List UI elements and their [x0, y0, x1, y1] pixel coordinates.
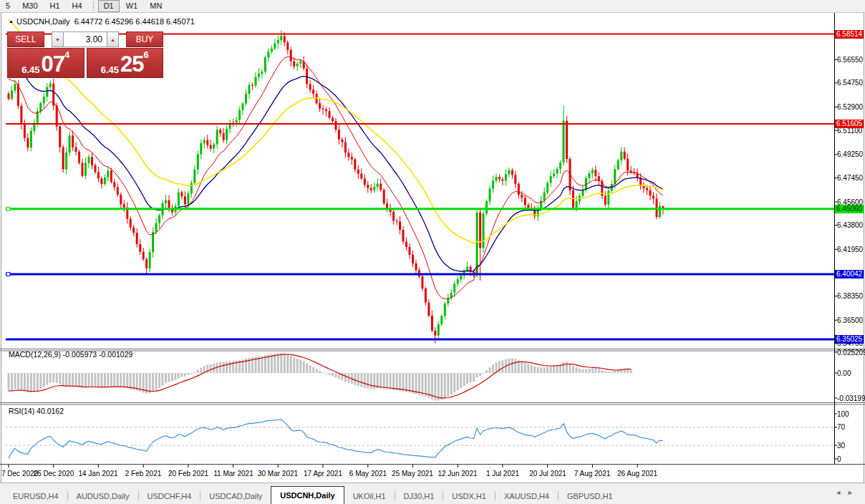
sell-price-point: 4 — [64, 50, 69, 59]
price-axis-label: 6.41950 — [837, 246, 863, 253]
chart-tab-ukoil[interactable]: UKOil,H1 — [344, 488, 395, 504]
sell-button[interactable]: SELL — [7, 32, 44, 47]
price-axis-label: 6.43800 — [837, 221, 863, 229]
timeframe-button-mn[interactable]: MN — [144, 0, 168, 12]
sell-price-pips: 07 — [42, 54, 64, 75]
sell-price-box[interactable]: 6.45074 — [7, 48, 84, 78]
chart-tab-usdx[interactable]: USDX,H1 — [443, 488, 495, 504]
chart-tab-usdcnh[interactable]: USDCNH,Daily — [271, 486, 344, 504]
toolbar-separator — [93, 1, 94, 11]
buy-price-point: 6 — [144, 50, 149, 59]
timeframe-button-h4[interactable]: H4 — [67, 0, 88, 12]
macd-axis-label: 0.025209 — [837, 349, 865, 357]
rsi-axis-label: 70 — [837, 423, 845, 431]
timeframe-button-w1[interactable]: W1 — [120, 0, 144, 12]
price-axis-label: 6.56550 — [837, 56, 863, 64]
buy-price-base: 6.45 — [101, 64, 119, 75]
rsi-axis-label: 30 — [837, 442, 845, 450]
tabs-scroll-right-icon[interactable]: ► — [847, 489, 859, 496]
date-axis-label: 7 Dec 2020 — [1, 470, 38, 478]
date-axis-label: 12 Jun 2021 — [438, 470, 477, 478]
price-axis-label: 6.52900 — [837, 103, 863, 111]
chart-tab-audusd[interactable]: AUDUSD,Daily — [68, 488, 138, 504]
volume-input[interactable]: 3.00 — [64, 32, 107, 47]
timeframe-button-h1[interactable]: H1 — [44, 0, 66, 12]
chart-tab-eurusd[interactable]: EURUSD,H4 — [4, 488, 67, 504]
buy-price-pips: 25 — [120, 54, 143, 75]
chart-tab-usdchf[interactable]: USDCHF,H4 — [139, 488, 200, 504]
rsi-axis-label: 0 — [837, 455, 841, 463]
tabs-scroll-left-icon[interactable]: ◄ — [835, 489, 847, 496]
date-axis-label: 17 Apr 2021 — [304, 470, 342, 478]
date-axis-label: 14 Jan 2021 — [78, 470, 117, 478]
timeframe-button-m30[interactable]: M30 — [16, 0, 43, 12]
date-axis-label: 1 Jul 2021 — [486, 470, 519, 478]
date-axis-label: 20 Feb 2021 — [168, 470, 208, 478]
chart-tab-gbpusd[interactable]: GBPUSD,H1 — [559, 488, 622, 504]
timeframe-toolbar: 5M30H1H4D1W1MN — [0, 0, 865, 13]
collapse-triangle-icon[interactable]: ▲ — [9, 19, 14, 24]
macd-indicator-label: MACD(12,26,9) -0.005973 -0.001029 — [9, 350, 132, 359]
chart-symbol-period: USDCNH,Daily — [16, 17, 70, 26]
trading-terminal: 5M30H1H4D1W1MN ▲USDCNH,Daily 6.44772 6.4… — [0, 0, 865, 504]
macd-axis-label: 0.00 — [837, 369, 851, 377]
price-axis-label: 6.49250 — [837, 150, 863, 158]
date-axis-label: 7 Aug 2021 — [574, 470, 611, 478]
chart-ohlc-values: 6.44772 6.45296 6.44618 6.45071 — [74, 17, 195, 26]
volume-decrease-button[interactable]: ▼ — [52, 32, 64, 47]
chart-tab-xauusd[interactable]: XAUUSD,H4 — [496, 488, 558, 504]
date-axis-label: 30 Mar 2021 — [258, 470, 298, 478]
price-level-badge: 6.40042 — [835, 270, 864, 278]
date-axis-label: 6 May 2021 — [349, 470, 387, 478]
sell-price-base: 6.45 — [21, 64, 39, 75]
date-axis-label: 26 Aug 2021 — [617, 470, 657, 478]
price-axis-label: 6.47450 — [837, 174, 863, 182]
date-axis-label: 25 May 2021 — [392, 470, 433, 478]
price-axis-label: 6.36500 — [837, 316, 863, 324]
volume-increase-button[interactable]: ▲ — [107, 32, 119, 47]
one-click-trading-panel: SELL ▼ 3.00 ▲ BUY 6.45074 6.45256 — [7, 32, 163, 78]
chart-tab-dj30[interactable]: DJ30,H1 — [395, 488, 443, 504]
price-axis-label: 6.54750 — [837, 79, 863, 87]
chart-tab-usdcad[interactable]: USDCAD,Daily — [200, 488, 271, 504]
buy-price-box[interactable]: 6.45256 — [87, 48, 164, 78]
timeframe-button-5[interactable]: 5 — [0, 0, 16, 12]
date-axis-label: 11 Mar 2021 — [213, 470, 253, 478]
price-level-badge: 6.58514 — [835, 30, 864, 39]
timeframe-button-d1[interactable]: D1 — [98, 0, 120, 12]
chart-title: ▲USDCNH,Daily 6.44772 6.45296 6.44618 6.… — [9, 17, 195, 26]
price-level-badge: 6.51605 — [835, 120, 864, 128]
rsi-axis-label: 100 — [837, 410, 849, 418]
buy-button[interactable]: BUY — [126, 32, 163, 47]
price-level-badge: 6.45060 — [835, 205, 864, 213]
date-axis-label: 25 Dec 2020 — [34, 470, 74, 478]
chart-tab-bar: EURUSD,H4AUDUSD,DailyUSDCHF,H4USDCAD,Dai… — [0, 483, 865, 504]
rsi-indicator-label: RSI(14) 40.0162 — [9, 407, 64, 415]
macd-axis-label: -0.031994 — [837, 394, 865, 402]
price-level-badge: 6.35025 — [835, 335, 864, 344]
date-axis-label: 20 Jul 2021 — [529, 470, 566, 478]
date-axis-label: 2 Feb 2021 — [125, 470, 162, 478]
price-axis-label: 6.38350 — [837, 292, 863, 300]
